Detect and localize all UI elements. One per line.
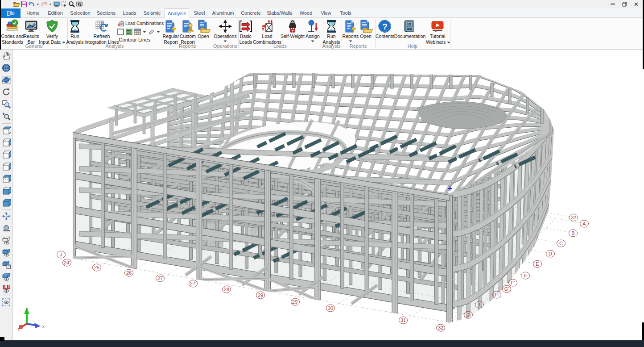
svg-text:27': 27' xyxy=(190,281,196,286)
svg-text:z: z xyxy=(18,327,20,331)
svg-text:24': 24' xyxy=(64,260,70,265)
svg-text:C: C xyxy=(559,241,563,246)
svg-text:32: 32 xyxy=(438,325,443,330)
svg-text:x: x xyxy=(42,324,45,329)
svg-text:?: ? xyxy=(382,22,388,31)
svg-text:29: 29 xyxy=(258,293,263,298)
svg-text:28: 28 xyxy=(224,287,229,292)
svg-text:30: 30 xyxy=(328,305,333,311)
svg-text:31: 31 xyxy=(400,318,406,323)
svg-text:32: 32 xyxy=(571,215,576,220)
svg-text:29': 29' xyxy=(292,299,298,305)
svg-text:F': F' xyxy=(511,280,515,285)
svg-text:J: J xyxy=(467,312,470,318)
svg-text:D: D xyxy=(549,251,552,256)
svg-text:A: A xyxy=(582,221,586,226)
svg-text:y: y xyxy=(26,306,28,311)
svg-text:B: B xyxy=(571,230,574,236)
svg-text:25: 25 xyxy=(94,265,99,270)
svg-text:J: J xyxy=(60,252,62,257)
svg-text:G': G' xyxy=(504,286,509,292)
svg-text:27: 27 xyxy=(157,276,163,281)
svg-text:E: E xyxy=(536,261,539,267)
svg-text:I: I xyxy=(479,302,480,307)
svg-text:H: H xyxy=(495,292,499,297)
svg-text:26: 26 xyxy=(126,270,132,276)
svg-text:F: F xyxy=(524,273,527,278)
